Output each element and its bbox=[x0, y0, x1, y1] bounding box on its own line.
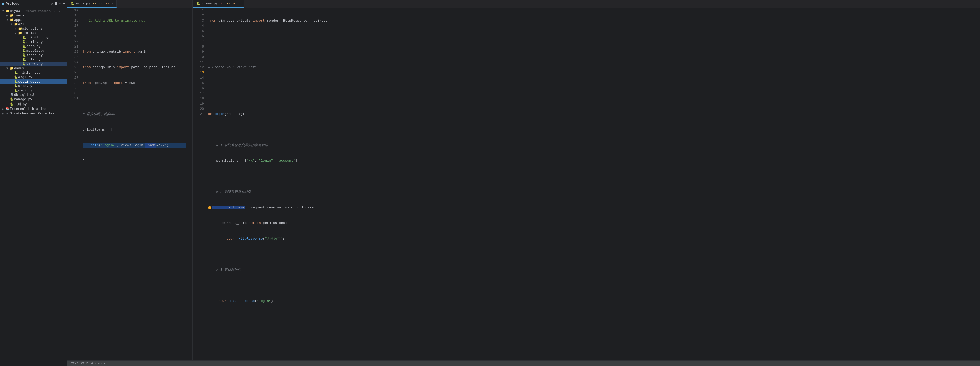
arrow-icon: ▶ bbox=[5, 14, 10, 17]
py-icon: 🐍 bbox=[22, 57, 27, 62]
tab-close-btn[interactable]: ✕ bbox=[239, 2, 241, 5]
code-line bbox=[208, 34, 974, 39]
code-line: 2. Add a URL to urlpatterns: bbox=[83, 18, 186, 23]
warn-yellow: ▲1 bbox=[226, 2, 231, 5]
tree-label: urls.py bbox=[27, 57, 41, 62]
tree-label: .venv bbox=[14, 13, 24, 18]
tree-item-init-day03[interactable]: ▶ 🐍 __init__.py bbox=[0, 71, 67, 75]
tree-item-tests[interactable]: ▶ 🐍 tests.py bbox=[0, 53, 67, 57]
tree-item-settings[interactable]: ▶ 🐍 settings.py bbox=[0, 80, 67, 84]
tab-close-btn[interactable]: ✕ bbox=[111, 2, 113, 5]
folder-icon: 📁 bbox=[18, 31, 22, 35]
tree-label: migrations bbox=[22, 27, 43, 31]
tree-label: settings.py bbox=[18, 80, 40, 84]
tree-item-models[interactable]: ▶ 🐍 models.py bbox=[0, 49, 67, 53]
tree-label: apps bbox=[14, 18, 22, 22]
sidebar-header: ◼ Project ⚙ ☰ ⚙ — bbox=[0, 0, 67, 8]
tree-label: day03 bbox=[10, 9, 20, 13]
more-options-btn[interactable]: ⋮ bbox=[184, 1, 192, 6]
code-line: urlpatterns = [ bbox=[83, 127, 186, 132]
py-icon: 🐍 bbox=[22, 45, 27, 48]
tree-item-venv[interactable]: ▶ 📁 .venv bbox=[0, 13, 67, 18]
left-editor-scroll[interactable]: 14 15 16 17 18 19 20 21 22 23 24 25 26 2… bbox=[67, 8, 192, 360]
tab-urls[interactable]: 🐍 urls.py ▲3 ✓2 ●2 ✕ bbox=[67, 0, 116, 8]
arrow-icon: ▶ bbox=[1, 112, 5, 115]
code-line: def login(request): bbox=[208, 111, 974, 117]
tree-item-external-libs[interactable]: ▶ 📚 External Libraries bbox=[0, 107, 67, 111]
left-code-area[interactable]: 2. Add a URL to urlpatterns: """ from dj… bbox=[80, 8, 188, 360]
left-gutter bbox=[188, 8, 192, 360]
right-editor-pane: 🐍 views.py ▲2 ▲1 ●1 ✕ ⋮ 1 2 3 4 5 bbox=[193, 0, 980, 360]
tab-views[interactable]: 🐍 views.py ▲2 ▲1 ●1 ✕ bbox=[193, 0, 244, 8]
tree-item-manage[interactable]: ▶ 🐍 manage.py bbox=[0, 97, 67, 102]
status-line-col: CRLF bbox=[81, 362, 88, 365]
tree-item-views-inner[interactable]: ▶ 🐍 views.py bbox=[0, 62, 67, 66]
tree-item-apps-py[interactable]: ▶ 🐍 apps.py bbox=[0, 44, 67, 49]
right-code-area[interactable]: from django.shortcuts import render, Htt… bbox=[206, 8, 976, 360]
tree-item-wsgi[interactable]: ▶ 🐍 wsgi.py bbox=[0, 88, 67, 93]
code-line: return HttpResponse("login") bbox=[208, 299, 974, 304]
code-line: # 3.有权限访问 bbox=[208, 267, 974, 272]
tree-item-asgi[interactable]: ▶ 🐍 asgi.py bbox=[0, 75, 67, 80]
py-icon: 🐍 bbox=[10, 97, 14, 101]
minus-icon[interactable]: — bbox=[63, 2, 65, 6]
tree-label: asgi.py bbox=[18, 75, 32, 79]
py-icon: 🐍 bbox=[22, 40, 27, 44]
tree-label: __init__.py bbox=[27, 35, 49, 40]
sidebar-tree: ▼ 📁 day03 ~/PycharmProjects/5x... ▶ 📁 .v… bbox=[0, 8, 67, 366]
code-line bbox=[83, 267, 186, 272]
py-icon: 🐍 bbox=[10, 102, 14, 106]
code-line bbox=[83, 174, 186, 179]
tree-item-day03-sub[interactable]: ▼ 📁 day03 bbox=[0, 66, 67, 71]
tree-item-urls-inner[interactable]: ▶ 🐍 urls.py bbox=[0, 57, 67, 62]
tree-item-init[interactable]: ▶ 🐍 __init__.py bbox=[0, 35, 67, 40]
tree-label: db.sqlite3 bbox=[14, 93, 34, 97]
breakpoint-dot bbox=[208, 206, 211, 209]
py-icon: 🐍 bbox=[13, 84, 18, 88]
code-line bbox=[208, 127, 974, 132]
code-line: from django.shortcuts import render, Htt… bbox=[208, 18, 974, 23]
tree-item-apps[interactable]: ▼ 📁 apps bbox=[0, 18, 67, 22]
tree-item-zhengze[interactable]: ▶ 🐍 正则.py bbox=[0, 102, 67, 107]
folder-icon: 📁 bbox=[10, 13, 14, 18]
tree-item-scratches[interactable]: ▶ ✏ Scratches and Consoles bbox=[0, 111, 67, 116]
tree-item-day03[interactable]: ▼ 📁 day03 ~/PycharmProjects/5x... bbox=[0, 9, 67, 13]
code-line bbox=[208, 283, 974, 288]
code-line bbox=[208, 329, 974, 335]
left-code-container: 14 15 16 17 18 19 20 21 22 23 24 25 26 2… bbox=[67, 8, 192, 360]
right-editor-scroll[interactable]: 1 2 3 4 5 6 7 8 9 10 11 12 13 14 bbox=[193, 8, 980, 360]
path-hint: ~/PycharmProjects/5x... bbox=[21, 10, 60, 13]
warn-orange: ●2 bbox=[105, 2, 110, 5]
tree-item-templates[interactable]: ▶ 📁 templates bbox=[0, 31, 67, 35]
py-icon: 🐍 bbox=[22, 49, 27, 53]
warn-orange: ●1 bbox=[232, 2, 237, 5]
right-code-container: 1 2 3 4 5 6 7 8 9 10 11 12 13 14 bbox=[193, 8, 980, 360]
tree-item-migrations[interactable]: ▶ 📁 migrations bbox=[0, 27, 67, 31]
right-line-numbers: 1 2 3 4 5 6 7 8 9 10 11 12 13 14 bbox=[193, 8, 206, 360]
tree-label: 正则.py bbox=[14, 102, 27, 107]
code-line: from apps.api import views bbox=[83, 81, 186, 86]
tree-item-db[interactable]: ▶ 🗄 db.sqlite3 bbox=[0, 93, 67, 97]
right-gutter bbox=[976, 8, 980, 360]
tree-item-api[interactable]: ▼ 📁 api bbox=[0, 22, 67, 27]
py-icon: 🐍 bbox=[71, 2, 75, 5]
code-line: from django.contrib import admin bbox=[83, 49, 186, 54]
code-line: # Create your views here. bbox=[208, 65, 974, 70]
tree-label: views.py bbox=[27, 62, 43, 66]
py-icon: 🐍 bbox=[13, 71, 18, 75]
code-line bbox=[208, 252, 974, 257]
project-icon: ◼ bbox=[2, 2, 4, 6]
tree-item-admin[interactable]: ▶ 🐍 admin.py bbox=[0, 40, 67, 44]
list-icon[interactable]: ☰ bbox=[55, 2, 57, 6]
tree-label: Scratches and Consoles bbox=[10, 111, 54, 116]
left-line-numbers: 14 15 16 17 18 19 20 21 22 23 24 25 26 2… bbox=[67, 8, 80, 360]
py-icon: 🐍 bbox=[22, 35, 27, 40]
tree-item-urls-outer[interactable]: ▶ 🐍 urls.py bbox=[0, 84, 67, 88]
more-options-btn-right[interactable]: ⋮ bbox=[972, 1, 980, 6]
settings-icon[interactable]: ⚙ bbox=[51, 2, 52, 6]
scratches-icon: ✏ bbox=[5, 111, 10, 116]
gear-icon[interactable]: ⚙ bbox=[60, 2, 61, 6]
arrow-icon: ▼ bbox=[10, 23, 13, 26]
tree-label: day03 bbox=[14, 67, 24, 70]
status-indent: 4 spaces bbox=[91, 362, 105, 365]
